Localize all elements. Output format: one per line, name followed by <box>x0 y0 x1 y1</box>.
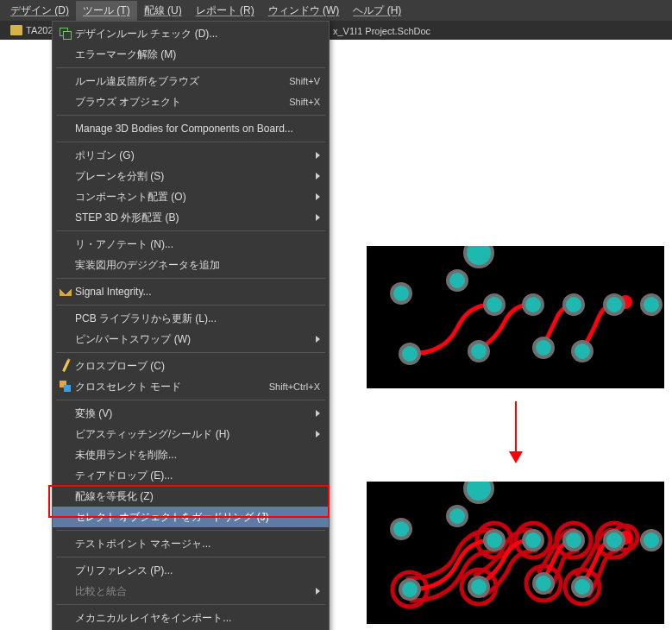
menu-separator <box>56 278 325 279</box>
menu-item-label: PCB ライブラリから更新 (L)... <box>75 312 320 326</box>
menu-item[interactable]: メカニカル レイヤをインポート... <box>53 608 329 628</box>
menu-item[interactable]: Manage 3D Bodies for Components on Board… <box>53 118 329 139</box>
menubar-item[interactable]: ウィンドウ (W) <box>261 1 347 21</box>
menubar-item[interactable]: デザイン (D) <box>3 1 76 21</box>
menu-item[interactable]: ブラウズ オブジェクトShift+X <box>53 91 329 112</box>
menu-separator <box>56 352 325 353</box>
menu-separator <box>56 230 325 231</box>
pcb-svg-before <box>367 246 664 388</box>
menu-item-label: プレーンを分割 (S) <box>75 169 311 184</box>
menu-item-label: リ・アノテート (N)... <box>75 237 320 252</box>
menubar-item[interactable]: レポート (R) <box>189 1 261 21</box>
svg-point-25 <box>448 507 467 526</box>
tab-label: x_V1I1 Project.SchDoc <box>333 26 430 36</box>
menu-item[interactable]: デザインルール チェック (D)... <box>53 23 329 44</box>
menu-item[interactable]: ティアドロップ (E)... <box>53 465 329 486</box>
svg-point-31 <box>400 580 419 599</box>
svg-point-24 <box>392 520 411 539</box>
folder-icon <box>10 25 22 35</box>
menubar-item[interactable]: ヘルプ (H) <box>346 1 408 21</box>
menu-item[interactable]: STEP 3D 外形配置 (B) <box>53 207 329 228</box>
svg-point-28 <box>564 531 583 550</box>
menu-item[interactable]: テストポイント マネージャ... <box>53 533 329 554</box>
menubar-item[interactable]: ツール (T) <box>76 1 137 21</box>
menu-item[interactable]: コンポーネント配置 (O) <box>53 186 329 207</box>
menu-separator <box>56 400 325 400</box>
chevron-right-icon <box>316 193 320 200</box>
menu-item-label: ポリゴン (G) <box>75 148 311 163</box>
signal-icon <box>60 287 72 296</box>
menu-item[interactable]: ピン/パートスワップ (W) <box>53 329 329 350</box>
menu-separator <box>56 530 325 531</box>
menu-item[interactable]: クロスプローブ (C) <box>53 356 329 376</box>
menu-item-label: メカニカル レイヤをインポート... <box>75 611 320 626</box>
menu-item-label: Signal Integrity... <box>75 286 320 298</box>
menu-item-label: コンポーネント配置 (O) <box>75 190 311 205</box>
probe-icon <box>62 360 70 372</box>
menu-item-label: テストポイント マネージャ... <box>75 537 320 551</box>
menu-item[interactable]: リ・アノテート (N)... <box>53 234 329 255</box>
menu-separator <box>56 115 325 116</box>
menu-separator <box>56 67 325 68</box>
svg-point-33 <box>534 574 553 593</box>
menu-item[interactable]: PCB ライブラリから更新 (L)... <box>53 308 329 329</box>
menu-item[interactable]: 未使用ランドを削除... <box>53 444 329 465</box>
menu-item[interactable]: 配線を等長化 (Z) <box>53 486 329 507</box>
svg-point-9 <box>400 344 419 363</box>
chevron-right-icon <box>316 152 320 159</box>
menu-item[interactable]: Signal Integrity... <box>53 281 329 302</box>
menu-separator <box>56 557 325 558</box>
pcb-svg-after <box>367 482 664 624</box>
menu-item-label: デザインルール チェック (D)... <box>75 27 320 41</box>
svg-point-30 <box>642 531 661 550</box>
menu-item-accelerator: Shift+X <box>282 97 320 107</box>
menu-item[interactable]: ポリゴン (G) <box>53 145 329 166</box>
menu-item[interactable]: ルール違反箇所をブラウズShift+V <box>53 71 329 91</box>
menu-item-label: Manage 3D Bodies for Components on Board… <box>75 123 320 135</box>
menu-item-label: ピン/パートスワップ (W) <box>75 332 311 347</box>
menu-item-label: 未使用ランドを削除... <box>75 448 320 463</box>
menu-item-label: 配線を等長化 (Z) <box>75 489 320 504</box>
menubar-item[interactable]: 配線 (U) <box>137 1 189 21</box>
svg-point-8 <box>642 295 661 314</box>
menu-item-label: 実装図用のデジグネータを追加 <box>75 258 320 273</box>
svg-point-27 <box>524 531 543 550</box>
menu-separator <box>56 604 325 605</box>
arrow-down-icon <box>515 401 517 462</box>
svg-point-32 <box>469 577 488 596</box>
svg-point-34 <box>573 577 592 596</box>
menu-item[interactable]: セレクト オブジェクトをガードリング (J) <box>53 507 329 527</box>
menu-item[interactable]: クロスセレクト モードShift+Ctrl+X <box>53 376 329 397</box>
tab-schdoc[interactable]: x_V1I1 Project.SchDoc <box>328 24 436 38</box>
menu-item[interactable]: プレーンを分割 (S) <box>53 166 329 186</box>
chevron-right-icon <box>316 336 320 343</box>
tools-menu-dropdown: デザインルール チェック (D)...エラーマーク解除 (M)ルール違反箇所をブ… <box>52 21 330 630</box>
menu-item-accelerator: Shift+Ctrl+X <box>262 381 320 392</box>
svg-point-10 <box>469 342 488 361</box>
menu-item-label: セレクト オブジェクトをガードリング (J) <box>75 510 320 525</box>
menu-item[interactable]: プリファレンス (P)... <box>53 560 329 581</box>
menu-separator <box>56 305 325 306</box>
svg-point-6 <box>564 295 583 314</box>
menu-item[interactable]: 実装図用のデジグネータを追加 <box>53 255 329 275</box>
menu-item[interactable]: ビアスティッチング/シールド (H) <box>53 424 329 444</box>
xsel-icon <box>60 381 72 393</box>
menu-item[interactable]: 変換 (V) <box>53 403 329 424</box>
menu-item-label: 変換 (V) <box>75 406 311 421</box>
menu-item[interactable]: エラーマーク解除 (M) <box>53 44 329 65</box>
chevron-right-icon <box>316 214 320 221</box>
chevron-right-icon <box>316 173 320 180</box>
svg-point-23 <box>465 482 493 502</box>
menubar: デザイン (D)ツール (T)配線 (U)レポート (R)ウィンドウ (W)ヘル… <box>0 0 672 21</box>
svg-point-7 <box>605 295 624 314</box>
svg-point-29 <box>605 531 624 550</box>
svg-point-5 <box>524 295 543 314</box>
menu-item-label: クロスセレクト モード <box>75 380 262 394</box>
chevron-right-icon <box>316 410 320 417</box>
menu-item-label: 比較と統合 <box>75 584 311 599</box>
pcb-view-after <box>367 482 664 624</box>
menu-item: 比較と統合 <box>53 581 329 602</box>
menu-item-label: ティアドロップ (E)... <box>75 469 320 483</box>
menu-item-label: ビアスティッチング/シールド (H) <box>75 427 311 442</box>
menu-item-label: ルール違反箇所をブラウズ <box>75 74 282 89</box>
